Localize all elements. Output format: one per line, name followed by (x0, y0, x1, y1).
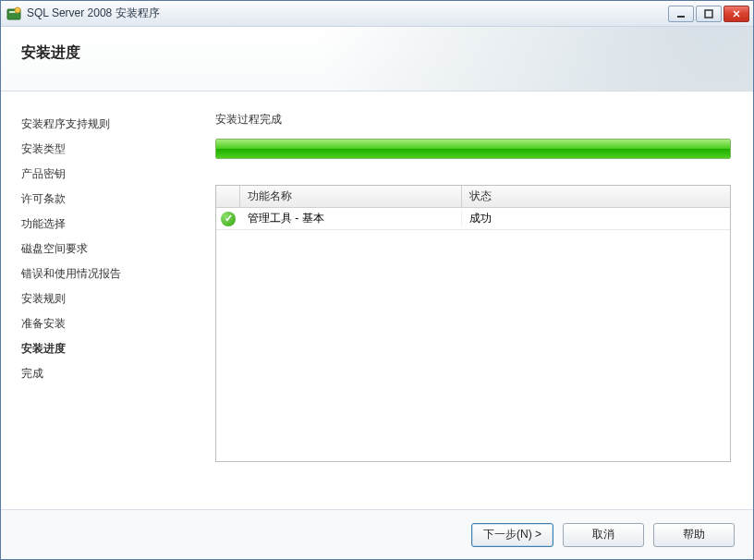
row-status-icon: ✓ (216, 212, 240, 226)
wizard-footer: 下一步(N) > 取消 帮助 (1, 509, 753, 559)
progress-bar (215, 139, 731, 159)
wizard-step: 许可条款 (21, 187, 184, 212)
table-body: ✓管理工具 - 基本成功 (216, 208, 730, 461)
install-status-text: 安装过程完成 (215, 112, 731, 128)
svg-rect-4 (705, 10, 712, 18)
wizard-step: 安装规则 (21, 286, 184, 311)
table-row: ✓管理工具 - 基本成功 (216, 208, 730, 230)
next-button[interactable]: 下一步(N) > (471, 523, 553, 547)
table-header-name: 功能名称 (240, 186, 462, 207)
wizard-step: 安装程序支持规则 (21, 112, 184, 137)
window-controls (668, 6, 749, 22)
wizard-step: 安装进度 (21, 336, 184, 361)
minimize-button[interactable] (668, 6, 694, 22)
main-area: 安装程序支持规则安装类型产品密钥许可条款功能选择磁盘空间要求错误和使用情况报告安… (1, 91, 753, 509)
progress-bar-fill (216, 140, 730, 158)
app-icon (6, 6, 21, 21)
window-title: SQL Server 2008 安装程序 (27, 6, 160, 21)
table-header: 功能名称 状态 (216, 186, 730, 208)
table-header-status: 状态 (462, 186, 730, 207)
help-button[interactable]: 帮助 (653, 523, 735, 547)
row-feature-name: 管理工具 - 基本 (240, 211, 462, 226)
success-icon: ✓ (221, 212, 236, 226)
wizard-step: 错误和使用情况报告 (21, 262, 184, 286)
wizard-steps-sidebar: 安装程序支持规则安装类型产品密钥许可条款功能选择磁盘空间要求错误和使用情况报告安… (1, 91, 193, 509)
wizard-step: 功能选择 (21, 212, 184, 237)
svg-point-2 (15, 7, 20, 13)
cancel-button[interactable]: 取消 (563, 523, 644, 547)
table-header-icon-col (216, 186, 240, 207)
wizard-step: 安装类型 (21, 137, 184, 162)
wizard-step: 完成 (21, 361, 184, 386)
close-button[interactable] (724, 6, 749, 22)
page-heading: 安装进度 (21, 43, 753, 63)
content-panel: 安装过程完成 功能名称 状态 ✓管理工具 - 基本成功 (193, 91, 753, 509)
row-status-text: 成功 (462, 211, 730, 226)
titlebar: SQL Server 2008 安装程序 (1, 1, 753, 27)
wizard-step: 产品密钥 (21, 162, 184, 187)
page-header: 安装进度 (1, 27, 753, 91)
maximize-button[interactable] (696, 6, 722, 22)
svg-rect-3 (677, 16, 685, 18)
results-table: 功能名称 状态 ✓管理工具 - 基本成功 (215, 185, 731, 462)
wizard-step: 磁盘空间要求 (21, 237, 184, 262)
wizard-step: 准备安装 (21, 311, 184, 336)
